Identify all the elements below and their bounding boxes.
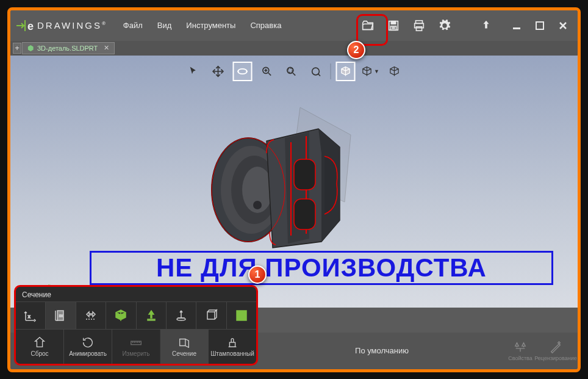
menu-file[interactable]: Файл bbox=[117, 17, 149, 34]
svg-line-19 bbox=[293, 73, 295, 75]
menu-help[interactable]: Справка bbox=[244, 17, 287, 34]
close-button[interactable] bbox=[553, 17, 573, 34]
svg-rect-45 bbox=[229, 342, 235, 347]
main-menu: Файл Вид Инструменты Справка bbox=[117, 17, 288, 34]
minimize-button[interactable] bbox=[507, 17, 526, 34]
maximize-button[interactable] bbox=[530, 17, 550, 34]
new-tab-button[interactable]: + bbox=[13, 43, 21, 54]
select-tool[interactable] bbox=[184, 62, 204, 81]
cap-button[interactable] bbox=[227, 302, 256, 329]
svg-rect-39 bbox=[148, 319, 155, 320]
model-3d bbox=[199, 98, 370, 263]
watermark-text: НЕ ДЛЯ ПРОИЗВОДСТВА bbox=[156, 253, 487, 283]
app-logo: e DRAWINGS® bbox=[15, 16, 107, 35]
callout-1: 1 bbox=[248, 265, 267, 284]
svg-rect-43 bbox=[240, 314, 243, 317]
svg-rect-30 bbox=[294, 199, 315, 229]
perpendicular-button[interactable] bbox=[167, 302, 196, 329]
logo-text: DRAWINGS® bbox=[37, 20, 107, 31]
pan-tool[interactable] bbox=[209, 62, 228, 81]
svg-rect-9 bbox=[513, 27, 520, 29]
bottom-tools-row: Сброс Анимировать Измерить Сечение Штамп… bbox=[16, 329, 256, 364]
svg-rect-29 bbox=[294, 159, 315, 190]
svg-rect-2 bbox=[391, 21, 395, 24]
edrawings-logo-icon: e bbox=[15, 16, 34, 35]
status-text: По умолчанию bbox=[260, 346, 503, 355]
svg-line-22 bbox=[318, 74, 320, 76]
tab-close-icon[interactable]: ✕ bbox=[104, 44, 109, 52]
section-panel: Сечение x zx Сброс Анимировать Измерить bbox=[14, 285, 258, 366]
document-tab[interactable]: ⬢ 3D-деталь.SLDPRT ✕ bbox=[22, 42, 115, 54]
settings-button[interactable] bbox=[434, 15, 456, 37]
watermark-banner: НЕ ДЛЯ ПРОИЗВОДСТВА bbox=[90, 251, 553, 285]
rotate-tool[interactable] bbox=[233, 62, 253, 81]
callout-2: 2 bbox=[347, 41, 365, 59]
open-button[interactable] bbox=[357, 15, 379, 37]
measure-button: Измерить bbox=[112, 330, 160, 364]
titlebar: e DRAWINGS® Файл Вид Инструменты Справка bbox=[10, 10, 578, 41]
view-toolbar: ▼ bbox=[184, 62, 404, 81]
review-button[interactable]: Рецензирование bbox=[539, 334, 573, 368]
properties-button[interactable]: Свойства bbox=[503, 334, 537, 368]
toolbar-icons bbox=[357, 15, 497, 37]
tab-label: 3D-деталь.SLDPRT bbox=[37, 45, 98, 52]
right-toolbar: Свойства Рецензирование bbox=[503, 334, 578, 368]
app-window: e DRAWINGS® Файл Вид Инструменты Справка… bbox=[7, 7, 581, 372]
zoom-fit-tool[interactable] bbox=[306, 62, 326, 81]
svg-point-28 bbox=[253, 201, 262, 209]
print-button[interactable] bbox=[408, 15, 430, 37]
face-button[interactable] bbox=[196, 302, 226, 329]
svg-text:e: e bbox=[27, 20, 34, 32]
section-planes-row: x zx bbox=[16, 301, 256, 329]
svg-point-40 bbox=[177, 318, 185, 320]
xy-plane-button[interactable]: x bbox=[16, 302, 46, 329]
window-controls bbox=[507, 17, 573, 34]
stamped-button[interactable]: Штампованный bbox=[209, 330, 256, 364]
shaded-mode[interactable] bbox=[336, 62, 356, 81]
svg-text:x: x bbox=[28, 314, 30, 319]
display-mode-dropdown[interactable]: ▼ bbox=[360, 62, 380, 81]
save-button[interactable] bbox=[382, 15, 404, 37]
viewport[interactable]: ▼ bbox=[10, 56, 578, 308]
svg-rect-10 bbox=[536, 22, 543, 29]
animate-button[interactable]: Анимировать bbox=[64, 330, 112, 364]
cube-view-button[interactable] bbox=[106, 302, 136, 329]
svg-rect-20 bbox=[289, 68, 293, 73]
zoom-tool[interactable] bbox=[257, 62, 277, 81]
svg-line-15 bbox=[268, 73, 271, 75]
up-arrow-button[interactable] bbox=[137, 302, 167, 329]
section-button[interactable]: Сечение bbox=[160, 330, 209, 364]
svg-rect-8 bbox=[416, 26, 421, 30]
wireframe-mode[interactable] bbox=[385, 62, 404, 81]
menu-view[interactable]: Вид bbox=[151, 17, 178, 34]
part-icon: ⬢ bbox=[27, 44, 34, 52]
section-panel-title: Сечение bbox=[16, 287, 256, 301]
svg-text:zx: zx bbox=[59, 314, 63, 317]
svg-point-21 bbox=[312, 68, 320, 75]
menu-tools[interactable]: Инструменты bbox=[180, 17, 242, 34]
zoom-window-tool[interactable] bbox=[282, 62, 301, 81]
flip-button[interactable] bbox=[76, 302, 106, 329]
update-button[interactable] bbox=[475, 15, 497, 37]
tabbar: + ⬢ 3D-деталь.SLDPRT ✕ bbox=[10, 41, 578, 56]
reset-button[interactable]: Сброс bbox=[16, 330, 64, 364]
svg-point-13 bbox=[238, 68, 247, 73]
yz-plane-button[interactable]: zx bbox=[46, 302, 76, 329]
